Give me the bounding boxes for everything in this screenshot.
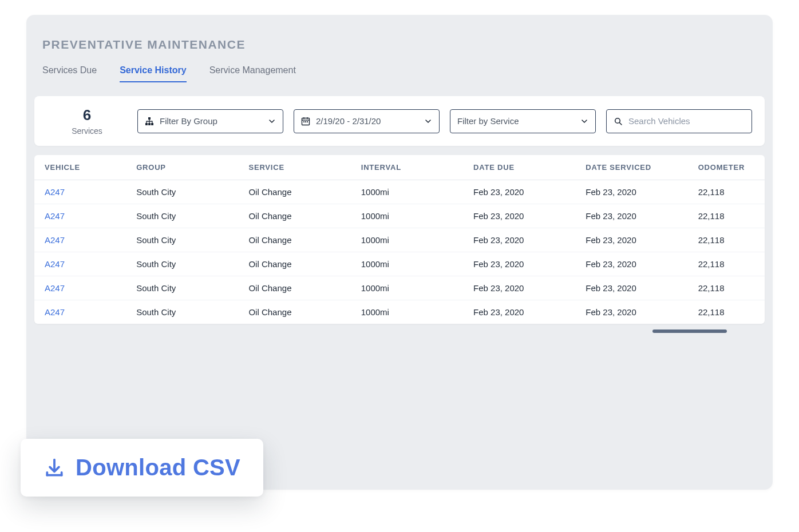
filter-by-group-label: Filter By Group xyxy=(160,116,217,126)
services-count: 6 xyxy=(83,106,91,124)
vehicle-cell[interactable]: A247 xyxy=(34,204,126,228)
interval-cell: 1000mi xyxy=(351,300,463,324)
table-row[interactable]: A247South CityOil Change1000miFeb 23, 20… xyxy=(34,180,765,204)
table-row[interactable]: A247South CityOil Change1000miFeb 23, 20… xyxy=(34,252,765,276)
date-due-cell: Feb 23, 2020 xyxy=(463,276,575,300)
table-row[interactable]: A247South CityOil Change1000miFeb 23, 20… xyxy=(34,228,765,252)
services-count-label: Services xyxy=(72,126,102,136)
vehicle-cell[interactable]: A247 xyxy=(34,276,126,300)
odometer-cell: 22,118 xyxy=(688,228,765,252)
tabs: Services Due Service History Service Man… xyxy=(26,65,773,82)
svg-rect-5 xyxy=(303,121,304,122)
vehicle-cell[interactable]: A247 xyxy=(34,228,126,252)
odometer-cell: 22,118 xyxy=(688,204,765,228)
filter-date-range-label: 2/19/20 - 2/31/20 xyxy=(316,116,381,126)
date-serviced-cell: Feb 23, 2020 xyxy=(575,276,687,300)
svg-rect-3 xyxy=(151,123,153,125)
interval-cell: 1000mi xyxy=(351,228,463,252)
search-vehicles[interactable] xyxy=(606,109,752,133)
service-cell: Oil Change xyxy=(238,252,350,276)
service-cell: Oil Change xyxy=(238,180,350,204)
col-group[interactable]: GROUP xyxy=(126,155,238,180)
col-odometer[interactable]: ODOMETER xyxy=(688,155,765,180)
col-service[interactable]: SERVICE xyxy=(238,155,350,180)
interval-cell: 1000mi xyxy=(351,252,463,276)
chevron-down-icon xyxy=(424,117,432,125)
odometer-cell: 22,118 xyxy=(688,300,765,324)
date-due-cell: Feb 23, 2020 xyxy=(463,204,575,228)
svg-rect-6 xyxy=(305,121,306,122)
table-row[interactable]: A247South CityOil Change1000miFeb 23, 20… xyxy=(34,204,765,228)
interval-cell: 1000mi xyxy=(351,276,463,300)
filter-by-group[interactable]: Filter By Group xyxy=(137,109,283,133)
filter-bar: 6 Services Filter By Group xyxy=(34,96,765,146)
svg-rect-0 xyxy=(148,117,151,120)
hierarchy-icon xyxy=(145,117,154,126)
vehicle-cell[interactable]: A247 xyxy=(34,180,126,204)
odometer-cell: 22,118 xyxy=(688,252,765,276)
col-date-serviced[interactable]: DATE SERVICED xyxy=(575,155,687,180)
search-icon xyxy=(614,117,623,126)
col-date-due[interactable]: DATE DUE xyxy=(463,155,575,180)
download-icon xyxy=(43,457,65,479)
col-interval[interactable]: INTERVAL xyxy=(351,155,463,180)
tab-services-due[interactable]: Services Due xyxy=(42,65,97,82)
filter-by-service[interactable]: Filter by Service xyxy=(450,109,596,133)
date-serviced-cell: Feb 23, 2020 xyxy=(575,204,687,228)
group-cell: South City xyxy=(126,204,238,228)
vehicle-cell[interactable]: A247 xyxy=(34,252,126,276)
svg-rect-2 xyxy=(148,123,151,125)
col-vehicle[interactable]: VEHICLE xyxy=(34,155,126,180)
maintenance-panel: PREVENTATIVE MAINTENANCE Services Due Se… xyxy=(26,15,773,490)
tab-service-management[interactable]: Service Management xyxy=(209,65,296,82)
date-serviced-cell: Feb 23, 2020 xyxy=(575,252,687,276)
vehicle-cell[interactable]: A247 xyxy=(34,300,126,324)
page-title: PREVENTATIVE MAINTENANCE xyxy=(26,38,773,62)
service-cell: Oil Change xyxy=(238,276,350,300)
svg-rect-7 xyxy=(307,121,308,122)
calendar-icon xyxy=(301,117,310,126)
group-cell: South City xyxy=(126,252,238,276)
group-cell: South City xyxy=(126,228,238,252)
download-csv-label: Download CSV xyxy=(76,455,240,481)
filter-date-range[interactable]: 2/19/20 - 2/31/20 xyxy=(294,109,440,133)
chevron-down-icon xyxy=(268,117,276,125)
service-cell: Oil Change xyxy=(238,204,350,228)
table-header-row: VEHICLE GROUP SERVICE INTERVAL DATE DUE … xyxy=(34,155,765,180)
interval-cell: 1000mi xyxy=(351,204,463,228)
date-serviced-cell: Feb 23, 2020 xyxy=(575,228,687,252)
service-cell: Oil Change xyxy=(238,300,350,324)
group-cell: South City xyxy=(126,300,238,324)
date-serviced-cell: Feb 23, 2020 xyxy=(575,180,687,204)
search-input[interactable] xyxy=(628,116,745,126)
service-cell: Oil Change xyxy=(238,228,350,252)
service-history-table: VEHICLE GROUP SERVICE INTERVAL DATE DUE … xyxy=(34,155,765,324)
svg-rect-1 xyxy=(145,123,148,125)
services-count-block: 6 Services xyxy=(47,106,127,136)
date-due-cell: Feb 23, 2020 xyxy=(463,300,575,324)
date-due-cell: Feb 23, 2020 xyxy=(463,228,575,252)
filter-by-service-label: Filter by Service xyxy=(457,116,519,126)
chevron-down-icon xyxy=(580,117,588,125)
download-csv-button[interactable]: Download CSV xyxy=(21,439,263,497)
horizontal-scrollbar-thumb[interactable] xyxy=(652,329,727,333)
odometer-cell: 22,118 xyxy=(688,180,765,204)
odometer-cell: 22,118 xyxy=(688,276,765,300)
date-due-cell: Feb 23, 2020 xyxy=(463,252,575,276)
date-serviced-cell: Feb 23, 2020 xyxy=(575,300,687,324)
group-cell: South City xyxy=(126,180,238,204)
table-row[interactable]: A247South CityOil Change1000miFeb 23, 20… xyxy=(34,300,765,324)
interval-cell: 1000mi xyxy=(351,180,463,204)
date-due-cell: Feb 23, 2020 xyxy=(463,180,575,204)
tab-service-history[interactable]: Service History xyxy=(120,65,187,82)
table-row[interactable]: A247South CityOil Change1000miFeb 23, 20… xyxy=(34,276,765,300)
group-cell: South City xyxy=(126,276,238,300)
